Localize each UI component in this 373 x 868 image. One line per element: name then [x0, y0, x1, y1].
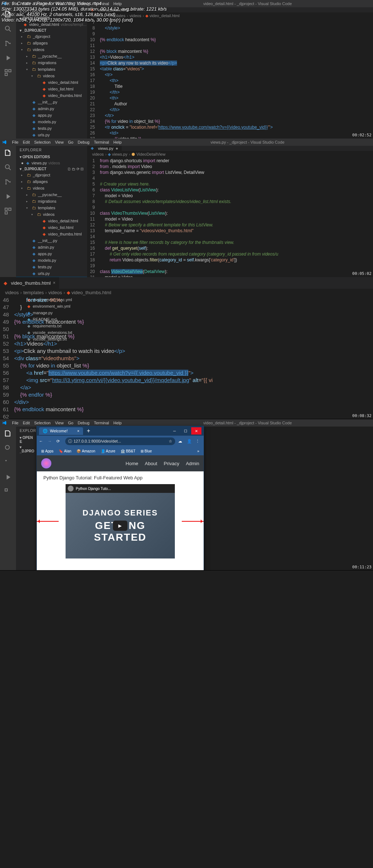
extensions-icon[interactable]	[4, 69, 12, 77]
reload-icon[interactable]: ⟳	[56, 439, 62, 444]
explorer-icon[interactable]	[4, 149, 12, 157]
brand-logo-icon[interactable]	[41, 458, 51, 468]
tree-item[interactable]: ◆video_thumbs.html	[16, 92, 87, 99]
tree-item[interactable]: ◆video_detail.html	[16, 79, 87, 86]
bookmark-item[interactable]: 🏦 BB&T	[118, 448, 138, 454]
menu-file[interactable]: File	[12, 140, 19, 144]
new-tab-button[interactable]: +	[87, 428, 90, 434]
nav-home[interactable]: Home	[126, 461, 138, 466]
tree-item[interactable]: ▸🗀__pycache__	[16, 53, 87, 59]
tree-item[interactable]: ▾🗀templates	[16, 66, 87, 73]
forward-icon[interactable]: →	[48, 439, 54, 443]
menu-debug[interactable]: Debug	[78, 140, 89, 144]
close-button[interactable]: ✕	[191, 427, 201, 435]
menu-terminal[interactable]: Terminal	[94, 421, 109, 425]
search-icon[interactable]	[4, 163, 12, 171]
tree-item[interactable]: ◆models.py	[16, 257, 87, 264]
tree-item[interactable]: ◆tests.py	[16, 264, 87, 270]
search-icon[interactable]	[4, 444, 12, 452]
tree-item[interactable]: ▸🗀__pycache__	[16, 191, 87, 198]
tree-item[interactable]: ▾🗀videos	[16, 46, 87, 53]
tree-item[interactable]: ◆tests.py	[16, 125, 87, 132]
tree-item[interactable]: ◆urls.py	[16, 132, 87, 138]
nav-about[interactable]: About	[145, 461, 157, 466]
menu-help[interactable]: Help	[113, 421, 122, 425]
back-icon[interactable]: ←	[39, 439, 45, 443]
extensions-icon[interactable]	[4, 207, 12, 215]
tree-item[interactable]: ◆apps.py	[16, 112, 87, 118]
menu-edit[interactable]: Edit	[23, 140, 30, 144]
tree-item[interactable]: ◆urls.py	[16, 270, 87, 277]
modified-icon[interactable]: ●	[115, 146, 118, 151]
cloud-icon[interactable]: ☁	[178, 439, 184, 444]
breadcrumb[interactable]: videos›◆ views.py›⬢ VideoDetailView	[87, 151, 373, 158]
code-area[interactable]: 4647484950515253545556575859606162 font-…	[0, 296, 373, 420]
bookmark-item[interactable]: 📦 Amazon	[74, 448, 98, 454]
project-section[interactable]: ▾ _DJPROJECT 🗋 🗀 ⟳ ⊡	[16, 166, 87, 172]
tree-item[interactable]: ▸🗀migrations	[16, 198, 87, 205]
bookmark-overflow-icon[interactable]: »	[195, 448, 201, 454]
menu-icon[interactable]: ⋮	[196, 439, 201, 444]
tree-item[interactable]: ▾🗀templates	[16, 205, 87, 211]
menu-selection[interactable]: Selection	[34, 421, 51, 425]
tree-item[interactable]: ◆__init__.py	[16, 237, 87, 244]
tree-item[interactable]: ◆video_thumbs.html	[16, 231, 87, 237]
browser-titlebar[interactable]: 🌐 Welcome! × + ─ ☐ ✕	[37, 426, 204, 436]
project-section[interactable]: ▾ _DJPROJECT	[16, 28, 87, 33]
star-icon[interactable]: ☆	[169, 439, 172, 444]
tree-item[interactable]: ◆admin.py	[16, 244, 87, 250]
bookmark-item[interactable]: 🔖 Alan	[56, 448, 74, 454]
tree-item[interactable]: ◆admin.py	[16, 105, 87, 112]
debug-icon[interactable]	[4, 473, 12, 481]
info-icon[interactable]: ⓘ	[68, 439, 72, 444]
browser-tab[interactable]: 🌐 Welcome! ×	[39, 427, 83, 435]
source-control-icon[interactable]	[4, 459, 12, 467]
nav-privacy[interactable]: Privacy	[164, 461, 180, 466]
editor-tab[interactable]: ◆views.py●	[87, 146, 122, 151]
tree-item[interactable]: ◆__init__.py	[16, 99, 87, 105]
tree-item[interactable]: ▾🗀videos	[16, 211, 87, 218]
menu-go[interactable]: Go	[68, 140, 74, 144]
tree-item[interactable]: ▸🗀allpages	[16, 178, 87, 185]
debug-icon[interactable]	[4, 54, 12, 62]
apps-icon[interactable]: ⊞ Apps	[39, 448, 56, 454]
tree-item[interactable]: ▸🗀allpages	[16, 40, 87, 46]
menu-file[interactable]: File	[12, 421, 19, 425]
tree-item[interactable]: ◆video_list.html	[16, 224, 87, 231]
tree-item[interactable]: ▸🗀_djproject	[16, 172, 87, 178]
debug-icon[interactable]	[4, 192, 12, 201]
explorer-icon[interactable]	[4, 429, 12, 437]
bookmark-item[interactable]: ⊞ Blue	[138, 448, 154, 454]
tree-item[interactable]: ▾🗀videos	[16, 73, 87, 79]
open-editor-item[interactable]: ● ◆views.py videos	[16, 160, 87, 166]
play-icon[interactable]: ▶	[113, 521, 127, 531]
maximize-button[interactable]: ☐	[180, 427, 191, 435]
tree-item[interactable]: ◆models.py	[16, 118, 87, 125]
code-area[interactable]: 12345678910111213141516171819202122 from…	[87, 158, 373, 286]
tree-item[interactable]: ◆video_list.html	[16, 86, 87, 92]
nav-admin[interactable]: Admin	[186, 461, 199, 466]
menu-debug[interactable]: Debug	[78, 421, 89, 425]
video-thumbnail[interactable]: Python Django Tuto... DJANGO SERIES GETT…	[66, 484, 175, 558]
profile-icon[interactable]: 👤	[187, 439, 193, 444]
tree-item[interactable]: ▾🗀videos	[16, 185, 87, 191]
menu-terminal[interactable]: Terminal	[94, 140, 109, 144]
menu-help[interactable]: Help	[113, 140, 122, 144]
open-editors-section[interactable]: ▾ OPEN EDITORS	[16, 154, 87, 160]
close-icon[interactable]: ×	[53, 280, 55, 285]
menu-view[interactable]: View	[55, 421, 64, 425]
menu-view[interactable]: View	[55, 140, 64, 144]
search-icon[interactable]	[4, 25, 12, 33]
breadcrumb[interactable]: videos›templates›videos›◆ video_thumbs.h…	[0, 289, 373, 296]
tree-item[interactable]: ▸🗀_djproject	[16, 33, 87, 40]
menu-edit[interactable]: Edit	[23, 421, 30, 425]
tree-item[interactable]: ▸🗀migrations	[16, 59, 87, 66]
menu-selection[interactable]: Selection	[34, 140, 51, 144]
extensions-icon[interactable]	[4, 488, 12, 496]
close-tab-icon[interactable]: ×	[77, 429, 79, 433]
source-control-icon[interactable]	[4, 39, 12, 47]
menu-go[interactable]: Go	[68, 421, 74, 425]
editor-tab[interactable]: ◆video_thumbs.html×	[0, 277, 59, 289]
bookmark-item[interactable]: 📘 Azure	[98, 448, 118, 454]
tree-item[interactable]: ◆video_detail.html	[16, 218, 87, 224]
